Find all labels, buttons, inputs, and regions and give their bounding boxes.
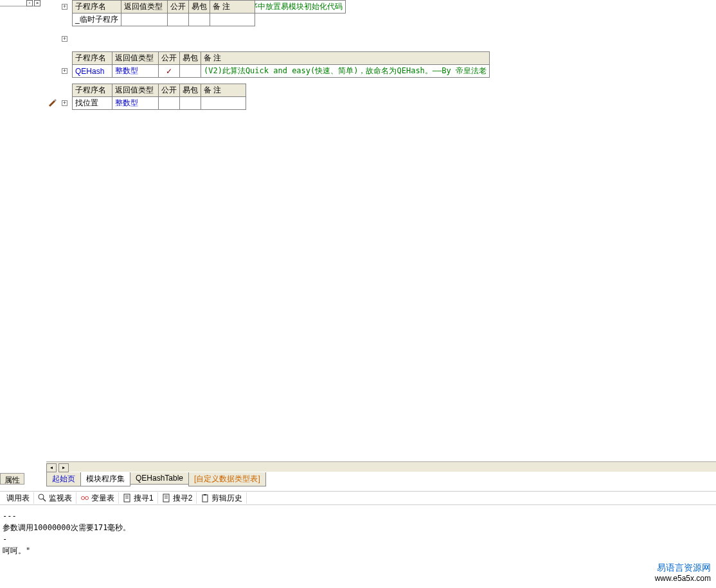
- header-public: 公开: [168, 1, 189, 13]
- header-public: 公开: [159, 84, 180, 97]
- watermark: 易语言资源网 www.e5a5x.com: [655, 562, 711, 583]
- bottom-toolbar: 调用表 监视表 变量表 搜寻1 搜寻2 剪辑历史: [0, 491, 716, 505]
- cell-type[interactable]: 整数型: [112, 65, 159, 78]
- svg-point-2: [82, 497, 85, 500]
- document-tabs: 起始页 模块程序集 QEHashTable [自定义数据类型表]: [46, 472, 265, 485]
- svg-point-3: [85, 497, 89, 500]
- subroutine-table-3[interactable]: 子程序名 返回值类型 公开 易包 备 注 QEHash 整数型 ✓ (V2)此算…: [72, 51, 490, 78]
- tab-module-set[interactable]: 模块程序集: [80, 472, 130, 486]
- header-type: 返回值类型: [112, 84, 159, 97]
- glasses-icon: [80, 494, 89, 503]
- toolbar-search2[interactable]: 搜寻2: [158, 492, 197, 504]
- toolbar-search1[interactable]: 搜寻1: [119, 492, 158, 504]
- header-remark: 备 注: [210, 1, 255, 13]
- toolbar-watch-table[interactable]: 监视表: [34, 492, 76, 504]
- header-pkg: 易包: [180, 52, 201, 65]
- tab-start-page[interactable]: 起始页: [46, 472, 81, 486]
- svg-line-1: [43, 499, 46, 501]
- header-type: 返回值类型: [112, 52, 159, 65]
- expand-button[interactable]: +: [62, 100, 67, 106]
- cell-remark[interactable]: [201, 97, 246, 110]
- header-pkg: 易包: [180, 84, 201, 97]
- horizontal-scrollbar[interactable]: ◂ ▸: [46, 461, 716, 472]
- toolbar-clip-history[interactable]: 剪辑历史: [197, 492, 247, 504]
- header-name: 子程序名: [73, 84, 112, 97]
- cell-remark[interactable]: (V2)此算法Quick and easy(快速、简单)，故命名为QEHash。…: [201, 65, 490, 78]
- cell-name[interactable]: 找位置: [73, 97, 112, 110]
- expand-button[interactable]: +: [62, 68, 67, 74]
- document-icon: [162, 494, 171, 503]
- cell-name[interactable]: _临时子程序: [73, 13, 121, 26]
- scroll-right-icon[interactable]: ▸: [58, 463, 69, 472]
- cell-public[interactable]: [168, 13, 189, 26]
- code-editor[interactable]: + _启动子程序 整数型 请在本子程序中放置易模块初始化代码 + 子程序名 返回…: [46, 0, 716, 461]
- toolbar-variable-table[interactable]: 变量表: [76, 492, 119, 504]
- output-line: -: [3, 533, 713, 545]
- sidebar-close-icon[interactable]: ×: [34, 0, 40, 6]
- cell-public-checked[interactable]: ✓: [159, 65, 180, 78]
- sidebar-dock-icon[interactable]: ▫: [26, 0, 33, 6]
- expand-button[interactable]: +: [62, 4, 67, 10]
- toolbar-call-table[interactable]: 调用表: [3, 492, 34, 504]
- scroll-left-icon[interactable]: ◂: [46, 463, 57, 472]
- svg-rect-12: [204, 494, 206, 495]
- header-pkg: 易包: [189, 1, 210, 13]
- cell-pkg[interactable]: [180, 65, 201, 78]
- edit-pencil-icon: [48, 98, 57, 107]
- tab-qehashtable[interactable]: QEHashTable: [130, 472, 189, 485]
- sidebar-panel: ▫ ×: [0, 0, 40, 470]
- subroutine-table-2[interactable]: 子程序名 返回值类型 公开 易包 备 注 _临时子程序: [72, 0, 255, 26]
- output-console[interactable]: --- 参数调用10000000次需要171毫秒。 - 呵呵。": [0, 506, 716, 588]
- cell-name[interactable]: QEHash: [73, 65, 112, 78]
- cell-pkg[interactable]: [189, 13, 210, 26]
- tab-custom-datatype[interactable]: [自定义数据类型表]: [188, 472, 266, 486]
- header-remark: 备 注: [201, 84, 246, 97]
- cell-pkg[interactable]: [180, 97, 201, 110]
- header-type: 返回值类型: [121, 1, 168, 13]
- editor-gutter: [40, 0, 46, 461]
- document-icon: [123, 494, 132, 503]
- output-line: 呵呵。": [3, 545, 713, 557]
- watermark-url: www.e5a5x.com: [655, 574, 711, 583]
- watermark-title: 易语言资源网: [655, 562, 711, 574]
- properties-panel-label[interactable]: 属性: [0, 473, 24, 485]
- header-name: 子程序名: [73, 52, 112, 65]
- svg-point-0: [39, 494, 44, 499]
- svg-rect-11: [202, 495, 208, 502]
- magnifier-icon: [38, 494, 47, 503]
- header-public: 公开: [159, 52, 180, 65]
- output-line: 参数调用10000000次需要171毫秒。: [3, 522, 713, 533]
- output-line: ---: [3, 510, 713, 522]
- header-remark: 备 注: [201, 52, 490, 65]
- cell-type[interactable]: 整数型: [112, 97, 159, 110]
- header-name: 子程序名: [73, 1, 121, 13]
- cell-remark[interactable]: [210, 13, 255, 26]
- clipboard-icon: [201, 494, 210, 503]
- cell-type[interactable]: [121, 13, 168, 26]
- subroutine-table-4[interactable]: 子程序名 返回值类型 公开 易包 备 注 找位置 整数型: [72, 84, 246, 110]
- cell-public[interactable]: [159, 97, 180, 110]
- expand-button[interactable]: +: [62, 36, 67, 42]
